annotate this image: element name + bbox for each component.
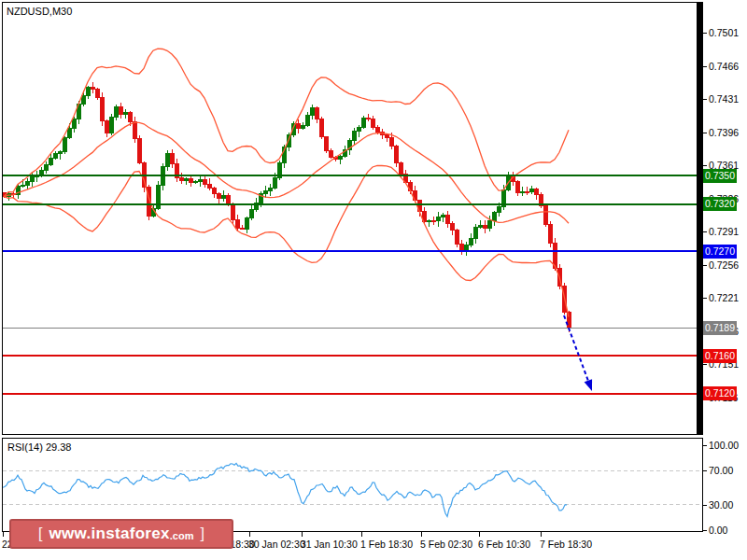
time-tick-label: 5 Feb 02:30 [420,539,472,550]
price-tick [703,298,707,299]
time-tick [361,532,362,537]
rsi-tick-label: 30.00 [709,499,733,511]
rsi-tick-label: 100.00 [709,440,739,451]
rsi-tick-label: 0.00 [709,525,727,536]
price-tick-label: 0.7221 [709,292,739,303]
rsi-tick [703,470,707,471]
price-tick-label: 0.7396 [709,127,739,138]
price-tick [703,165,707,166]
rsi-indicator-label: RSI(14) 29.38 [7,441,71,453]
rsi-tick [703,505,707,506]
price-tick [703,66,707,67]
price-level-badge: 0.7350 [703,169,737,183]
time-tick [249,532,250,537]
price-level-badge: 0.7320 [703,197,737,211]
rsi-chart-layer [3,463,701,516]
watermark-tld-text: .com [170,530,194,541]
symbol-timeframe-label: NZDUSD,M30 [7,6,72,17]
price-tick [703,265,707,266]
price-tick [703,33,707,34]
rsi-tick [703,530,707,531]
chart-canvas[interactable] [0,0,747,560]
chart-window: NZDUSD,M30 RSI(14) 29.38 22 Jan 201824 J… [0,0,747,560]
price-tick-label: 0.7501 [709,27,739,38]
price-chart-layer [3,49,698,394]
time-tick [3,532,4,537]
watermark-close-bracket: ] [200,525,204,542]
price-level-badge: 0.7270 [703,245,737,259]
watermark-domain-text: www.instaforex [49,525,170,543]
time-tick-label: 31 Jan 10:30 [301,539,358,550]
time-tick [479,532,480,537]
watermark-open-bracket: [ [38,525,42,542]
price-tick-label: 0.7466 [709,61,739,72]
price-tick [703,364,707,365]
rsi-tick [703,445,707,446]
time-tick [421,532,422,537]
price-tick [703,133,707,133]
price-tick [703,99,707,100]
price-level-badge: 0.7160 [703,349,737,363]
price-level-badge: 0.7189 [703,321,737,335]
price-level-badge: 0.7120 [703,386,737,400]
price-tick-label: 0.7431 [709,93,739,105]
time-tick [541,532,542,537]
time-tick-label: 1 Feb 18:30 [360,539,413,550]
instaforex-watermark: [ www.instaforex .com ] [9,519,233,549]
time-tick [302,532,303,537]
time-tick-label: 6 Feb 10:30 [478,539,530,550]
price-tick-label: 0.7256 [709,259,739,271]
price-tick-label: 0.7291 [709,226,739,237]
time-tick-label: 30 Jan 02:30 [248,539,305,550]
time-tick-label: 7 Feb 18:30 [540,539,592,550]
rsi-tick-label: 70.00 [709,465,733,476]
price-tick [703,231,707,232]
